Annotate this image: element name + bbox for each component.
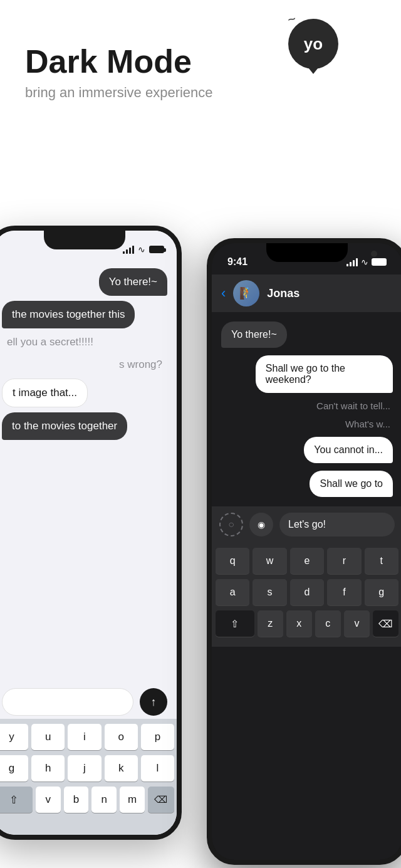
- status-icons-left: ∿: [123, 244, 164, 254]
- notch-right: [266, 243, 348, 262]
- key-e[interactable]: e: [290, 548, 324, 574]
- page-subtitle: bring an immersive experience: [25, 85, 376, 101]
- header-section: yo ~ Dark Mode bring an immersive experi…: [0, 0, 401, 120]
- contact-name: Jonas: [267, 287, 299, 300]
- avatar: 🧗: [233, 280, 259, 306]
- key-c[interactable]: c: [315, 610, 341, 637]
- key-r[interactable]: r: [327, 548, 361, 574]
- audio-icon: ◉: [258, 520, 265, 530]
- signal-icon: [123, 245, 134, 254]
- key-a[interactable]: a: [216, 579, 249, 605]
- status-time: 9:41: [227, 256, 247, 268]
- message-bubble: Yo there!~: [99, 268, 167, 296]
- chat-list-right: Yo there!~ Shall we go to the weekend? C…: [212, 312, 401, 506]
- key-k[interactable]: k: [105, 755, 138, 782]
- key-u[interactable]: u: [31, 724, 65, 750]
- key-z[interactable]: z: [258, 610, 283, 637]
- key-d[interactable]: d: [290, 579, 324, 605]
- message-bubble: You cannot in...: [304, 437, 393, 463]
- phone-right: 9:41 ∿ ‹ 🧗 Jonas: [207, 238, 401, 865]
- message-text: What's w...: [345, 419, 393, 429]
- battery-icon: [149, 246, 164, 253]
- key-b[interactable]: b: [64, 787, 89, 813]
- key-g-right[interactable]: g: [365, 579, 398, 605]
- key-i[interactable]: i: [68, 724, 101, 750]
- key-x[interactable]: x: [286, 610, 312, 637]
- chat-header-right: ‹ 🧗 Jonas: [212, 275, 401, 312]
- key-v[interactable]: v: [36, 787, 61, 813]
- key-v-right[interactable]: v: [344, 610, 370, 637]
- key-shift[interactable]: ⇧: [0, 787, 33, 813]
- key-delete-right[interactable]: ⌫: [373, 610, 398, 637]
- keyboard-row-2: g h j k l: [0, 755, 174, 782]
- key-n[interactable]: n: [91, 787, 117, 813]
- send-icon: ↑: [151, 696, 157, 709]
- status-icons-right: ∿: [346, 257, 387, 267]
- keyboard-row-1: y u i o p: [0, 724, 174, 750]
- message-text: Can't wait to tell...: [316, 400, 393, 411]
- wifi-icon: ∿: [138, 244, 145, 254]
- keyboard-row-right-3: ⇧ z x c v ⌫: [214, 610, 400, 637]
- key-j[interactable]: j: [68, 755, 101, 782]
- key-s[interactable]: s: [253, 579, 286, 605]
- key-shift-right[interactable]: ⇧: [216, 610, 254, 637]
- chat-list-left: Yo there!~ the movies together this ell …: [0, 262, 177, 446]
- message-text: ell you a secret!!!!!: [2, 333, 98, 351]
- camera-dot-right: [371, 251, 377, 257]
- signal-icon-right: [346, 258, 358, 266]
- message-input-left[interactable]: [2, 688, 133, 716]
- squiggle-decoration: ~: [286, 11, 298, 28]
- wifi-icon-right: ∿: [361, 257, 368, 267]
- keyboard-row-3: ⇧ v b n m ⌫: [0, 787, 174, 813]
- message-input-right[interactable]: Let's go!: [279, 513, 395, 536]
- sticker-button[interactable]: ○: [219, 513, 243, 536]
- key-l[interactable]: l: [141, 755, 174, 782]
- key-t[interactable]: t: [365, 548, 398, 574]
- audio-button[interactable]: ◉: [249, 513, 273, 536]
- key-y[interactable]: y: [0, 724, 28, 750]
- keyboard-row-right-1: q w e r t: [214, 548, 400, 574]
- key-m[interactable]: m: [120, 787, 145, 813]
- message-bubble: Shall we go to: [310, 471, 393, 497]
- input-area-right: ○ ◉ Let's go!: [212, 506, 401, 543]
- phone-right-screen: 9:41 ∿ ‹ 🧗 Jonas: [212, 243, 401, 860]
- phone-left-screen: ∿ Yo there!~ the movies together this el…: [0, 231, 177, 835]
- send-button-left[interactable]: ↑: [140, 688, 167, 716]
- phones-container: ∿ Yo there!~ the movies together this el…: [0, 226, 401, 868]
- battery-icon-right: [372, 258, 387, 266]
- message-bubble: Shall we go to the weekend?: [256, 355, 393, 393]
- message-bubble: the movies together this: [2, 301, 135, 328]
- key-delete[interactable]: ⌫: [148, 787, 174, 813]
- key-g[interactable]: g: [0, 755, 28, 782]
- key-f[interactable]: f: [327, 579, 361, 605]
- message-bubble: Yo there!~: [221, 322, 287, 348]
- message-text: s wrong?: [114, 356, 167, 374]
- key-h[interactable]: h: [31, 755, 65, 782]
- key-q[interactable]: q: [216, 548, 249, 574]
- phone-left: ∿ Yo there!~ the movies together this el…: [0, 226, 182, 840]
- message-bubble: to the movies together: [2, 412, 127, 440]
- key-w[interactable]: w: [253, 548, 286, 574]
- input-area-left: ↑: [0, 682, 177, 722]
- key-p[interactable]: p: [141, 724, 174, 750]
- keyboard-row-right-2: a s d f g: [214, 579, 400, 605]
- keyboard-left: y u i o p g h j k l ⇧ v b n: [0, 719, 177, 835]
- message-bubble: t image that...: [2, 379, 88, 407]
- keyboard-right: q w e r t a s d f g ⇧ z x c: [212, 543, 401, 647]
- sticker-icon: ○: [228, 519, 234, 530]
- key-o[interactable]: o: [105, 724, 138, 750]
- back-button[interactable]: ‹: [221, 285, 226, 301]
- notch-left: [44, 231, 125, 249]
